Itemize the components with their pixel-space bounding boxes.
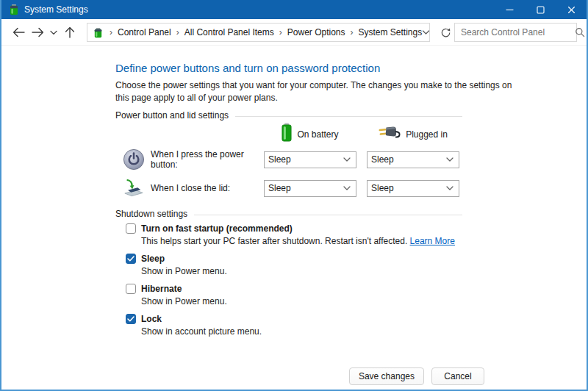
window-title: System Settings xyxy=(24,4,88,15)
power-section-title: Power button and lid settings xyxy=(115,110,229,121)
select-value: Sleep xyxy=(371,183,446,193)
footer-buttons: Save changes Cancel xyxy=(115,367,484,385)
lock-item: Lock Show in account picture menu. xyxy=(126,314,455,337)
power-button-plugged-in-select[interactable]: Sleep xyxy=(367,151,459,168)
lock-description: Show in account picture menu. xyxy=(141,326,455,337)
on-battery-header: On battery xyxy=(264,123,356,143)
learn-more-link[interactable]: Learn More xyxy=(410,236,455,246)
shutdown-section-header: Shutdown settings xyxy=(115,209,462,219)
chevron-down-icon xyxy=(446,157,453,162)
address-battery-icon xyxy=(93,27,104,38)
forward-icon[interactable] xyxy=(28,23,47,42)
fast-startup-checkbox[interactable] xyxy=(126,223,136,234)
shutdown-section-title: Shutdown settings xyxy=(115,209,187,219)
column-headers: On battery Plugged in xyxy=(115,121,462,143)
refresh-icon[interactable] xyxy=(436,23,455,42)
breadcrumb-control-panel[interactable]: Control Panel xyxy=(118,27,171,37)
power-button-row: When I press the power button: Sleep Sle… xyxy=(115,148,484,171)
lock-checkbox[interactable] xyxy=(126,314,136,324)
plugged-in-header: Plugged in xyxy=(367,125,459,143)
close-button[interactable] xyxy=(556,0,587,19)
chevron-down-icon xyxy=(446,186,453,190)
breadcrumb-separator: › xyxy=(176,27,179,37)
on-battery-label: On battery xyxy=(297,129,338,142)
lid-close-plugged-in-select[interactable]: Sleep xyxy=(367,180,459,197)
maximize-button[interactable] xyxy=(525,0,556,19)
minimize-button[interactable] xyxy=(494,0,525,19)
sleep-description: Show in Power menu. xyxy=(141,266,455,276)
address-bar[interactable]: › Control Panel › All Control Panel Item… xyxy=(87,23,430,42)
search-icon[interactable] xyxy=(575,27,585,37)
fast-startup-description: This helps start your PC faster after sh… xyxy=(141,236,455,246)
breadcrumb-system-settings[interactable]: System Settings xyxy=(358,27,422,37)
hibernate-item: Hibernate Show in Power menu. xyxy=(126,284,455,306)
page-intro: Choose the power settings that you want … xyxy=(115,79,516,105)
hibernate-label: Hibernate xyxy=(141,284,182,294)
breadcrumb-power-options[interactable]: Power Options xyxy=(287,27,345,37)
nav-buttons xyxy=(9,23,79,42)
breadcrumb-separator: › xyxy=(279,27,282,37)
power-options-battery-icon xyxy=(8,4,20,15)
breadcrumb-all-items[interactable]: All Control Panel Items xyxy=(184,27,274,37)
fast-startup-label: Turn on fast startup (recommended) xyxy=(141,223,293,234)
back-icon[interactable] xyxy=(9,23,28,42)
lock-label: Lock xyxy=(141,314,162,324)
chevron-down-icon xyxy=(343,157,351,162)
power-button-on-battery-select[interactable]: Sleep xyxy=(264,151,356,168)
titlebar: System Settings xyxy=(1,0,587,19)
search-box[interactable] xyxy=(454,23,577,42)
fast-startup-item: Turn on fast startup (recommended) This … xyxy=(126,223,455,246)
address-dropdown-icon[interactable] xyxy=(422,29,430,35)
shutdown-settings-list: Turn on fast startup (recommended) This … xyxy=(126,223,455,344)
section-divider xyxy=(194,215,462,215)
lid-close-on-battery-select[interactable]: Sleep xyxy=(264,180,356,197)
select-value: Sleep xyxy=(268,183,343,193)
up-icon[interactable] xyxy=(60,23,79,42)
breadcrumb-separator: › xyxy=(110,27,112,37)
hibernate-checkbox[interactable] xyxy=(126,284,136,294)
system-settings-window: System Settings xyxy=(0,0,588,391)
power-button-row-label: When I press the power button: xyxy=(151,149,264,170)
lid-close-row-label: When I close the lid: xyxy=(151,183,264,193)
power-button-icon xyxy=(123,148,145,171)
sleep-label: Sleep xyxy=(141,254,165,264)
sleep-item: Sleep Show in Power menu. xyxy=(126,254,455,276)
plugged-in-icon xyxy=(379,125,401,142)
hibernate-description: Show in Power menu. xyxy=(141,296,455,306)
select-value: Sleep xyxy=(371,154,446,165)
power-section-header: Power button and lid settings xyxy=(115,110,462,121)
page-title: Define power buttons and turn on passwor… xyxy=(115,62,380,74)
cancel-button[interactable]: Cancel xyxy=(431,367,484,385)
save-changes-button[interactable]: Save changes xyxy=(349,367,424,385)
lid-close-icon xyxy=(123,178,145,198)
plugged-in-label: Plugged in xyxy=(406,129,448,142)
navigation-toolbar: › Control Panel › All Control Panel Item… xyxy=(1,19,587,46)
recent-pages-chevron-icon[interactable] xyxy=(47,23,60,42)
chevron-down-icon xyxy=(343,186,351,190)
select-value: Sleep xyxy=(268,154,343,165)
fast-startup-description-text: This helps start your PC faster after sh… xyxy=(141,236,410,246)
lid-close-row: When I close the lid: Sleep Sleep xyxy=(115,177,484,199)
section-divider xyxy=(235,116,462,117)
page-content: Define power buttons and turn on passwor… xyxy=(1,46,587,388)
on-battery-icon xyxy=(282,123,292,142)
sleep-checkbox[interactable] xyxy=(126,254,136,264)
search-input[interactable] xyxy=(461,27,575,37)
breadcrumb-separator: › xyxy=(350,27,353,37)
